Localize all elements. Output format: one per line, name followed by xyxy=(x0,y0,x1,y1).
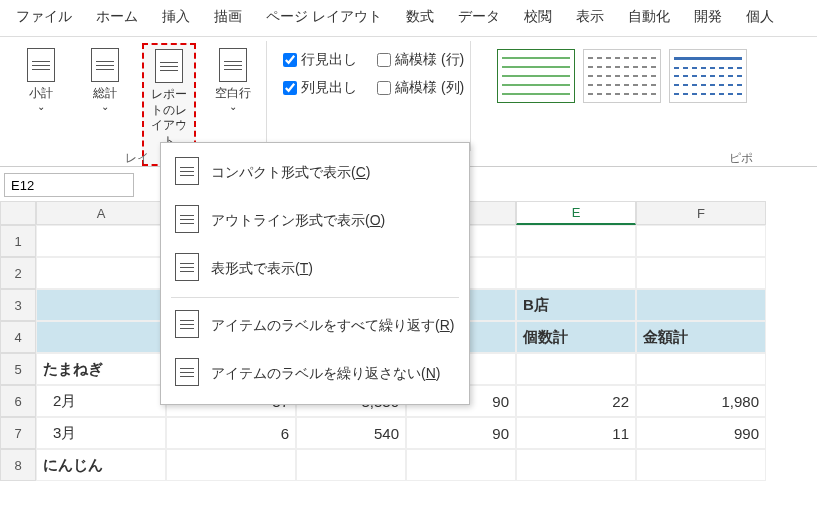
style-gallery[interactable] xyxy=(497,43,747,103)
menu-personal[interactable]: 個人 xyxy=(734,6,786,28)
doc-icon xyxy=(155,49,183,83)
blank-rows-button[interactable]: 空白行 ⌄ xyxy=(206,43,260,118)
cell-hdr-amount[interactable]: 金額計 xyxy=(636,321,766,353)
doc-icon xyxy=(175,205,199,233)
row-header-4[interactable]: 4 xyxy=(0,321,36,353)
row-header-8[interactable]: 8 xyxy=(0,449,36,481)
cell-store-b[interactable]: B店 xyxy=(516,289,636,321)
subtotal-button[interactable]: 小計 ⌄ xyxy=(14,43,68,118)
menu-home[interactable]: ホーム xyxy=(84,6,150,28)
dd-outline[interactable]: アウトライン形式で表示(O) xyxy=(161,197,469,245)
doc-icon xyxy=(27,48,55,82)
dd-compact-label: コンパクト形式で表示(C) xyxy=(211,164,370,182)
cell-group-onion[interactable]: たまねぎ xyxy=(36,353,166,385)
check-banded-cols[interactable]: 縞模様 (列) xyxy=(377,79,464,97)
doc-icon xyxy=(91,48,119,82)
doc-icon xyxy=(175,253,199,281)
style-thumb-1[interactable] xyxy=(497,49,575,103)
menu-view[interactable]: 表示 xyxy=(564,6,616,28)
cell-group-carrot[interactable]: にんじん xyxy=(36,449,166,481)
chevron-down-icon: ⌄ xyxy=(101,100,109,113)
ribbon-group-styles: ピポ xyxy=(470,41,753,151)
group-label-layout: レイ xyxy=(125,150,149,167)
chevron-down-icon: ⌄ xyxy=(37,100,45,113)
select-all-corner[interactable] xyxy=(0,201,36,225)
ribbon-group-layout: 小計 ⌄ 総計 ⌄ レポートのレイアウト ⌄ 空白行 ⌄ レイ xyxy=(8,41,266,151)
menu-data[interactable]: データ xyxy=(446,6,512,28)
group-label-styles: ピポ xyxy=(729,150,753,167)
menu-developer[interactable]: 開発 xyxy=(682,6,734,28)
menu-insert[interactable]: 挿入 xyxy=(150,6,202,28)
menu-review[interactable]: 校閲 xyxy=(512,6,564,28)
ribbon-group-options: 行見出し 縞模様 (行) 列見出し 縞模様 (列) プション xyxy=(266,41,470,151)
col-header-E[interactable]: E xyxy=(516,201,636,225)
doc-icon xyxy=(219,48,247,82)
doc-icon xyxy=(175,358,199,386)
cell-7C[interactable]: 540 xyxy=(296,417,406,449)
doc-icon xyxy=(175,157,199,185)
name-box[interactable] xyxy=(4,173,134,197)
cell-7E[interactable]: 11 xyxy=(516,417,636,449)
report-layout-dropdown: コンパクト形式で表示(C) アウトライン形式で表示(O) 表形式で表示(T) ア… xyxy=(160,142,470,405)
row-header-5[interactable]: 5 xyxy=(0,353,36,385)
check-banded-rows[interactable]: 縞模様 (行) xyxy=(377,51,464,69)
grandtotal-button[interactable]: 総計 ⌄ xyxy=(78,43,132,118)
dd-norepeat-label: アイテムのラベルを繰り返さない(N) xyxy=(211,365,440,383)
style-thumb-2[interactable] xyxy=(583,49,661,103)
cell-7B[interactable]: 6 xyxy=(166,417,296,449)
cell-7F[interactable]: 990 xyxy=(636,417,766,449)
check-row-headers[interactable]: 行見出し xyxy=(283,51,357,69)
chevron-down-icon: ⌄ xyxy=(229,100,237,113)
col-header-A[interactable]: A xyxy=(36,201,166,225)
menu-pagelayout[interactable]: ページ レイアウト xyxy=(254,6,394,28)
row-header-3[interactable]: 3 xyxy=(0,289,36,321)
dd-separator xyxy=(171,297,459,298)
dd-outline-label: アウトライン形式で表示(O) xyxy=(211,212,385,230)
dd-repeat-label: アイテムのラベルをすべて繰り返す(R) xyxy=(211,317,454,335)
menu-file[interactable]: ファイル xyxy=(4,6,84,28)
style-thumb-3[interactable] xyxy=(669,49,747,103)
row-7: 73月65409011990 xyxy=(0,417,817,449)
row-header-2[interactable]: 2 xyxy=(0,257,36,289)
row-header-1[interactable]: 1 xyxy=(0,225,36,257)
menu-automate[interactable]: 自動化 xyxy=(616,6,682,28)
dd-compact[interactable]: コンパクト形式で表示(C) xyxy=(161,149,469,197)
menu-formulas[interactable]: 数式 xyxy=(394,6,446,28)
doc-icon xyxy=(175,310,199,338)
check-col-headers[interactable]: 列見出し xyxy=(283,79,357,97)
menu-bar: ファイル ホーム 挿入 描画 ページ レイアウト 数式 データ 校閲 表示 自動… xyxy=(0,0,817,37)
cell-6E[interactable]: 22 xyxy=(516,385,636,417)
dd-no-repeat-labels[interactable]: アイテムのラベルを繰り返さない(N) xyxy=(161,350,469,398)
row-header-6[interactable]: 6 xyxy=(0,385,36,417)
cell-hdr-count[interactable]: 個数計 xyxy=(516,321,636,353)
col-header-F[interactable]: F xyxy=(636,201,766,225)
report-layout-label: レポートのレイアウト xyxy=(146,87,192,149)
dd-repeat-labels[interactable]: アイテムのラベルをすべて繰り返す(R) xyxy=(161,302,469,350)
row-8: 8にんじん xyxy=(0,449,817,481)
dd-tabular[interactable]: 表形式で表示(T) xyxy=(161,245,469,293)
cell-7A[interactable]: 3月 xyxy=(36,417,166,449)
dd-tabular-label: 表形式で表示(T) xyxy=(211,260,313,278)
cell-7D[interactable]: 90 xyxy=(406,417,516,449)
menu-draw[interactable]: 描画 xyxy=(202,6,254,28)
row-header-7[interactable]: 7 xyxy=(0,417,36,449)
cell-6F[interactable]: 1,980 xyxy=(636,385,766,417)
cell-6A[interactable]: 2月 xyxy=(36,385,166,417)
